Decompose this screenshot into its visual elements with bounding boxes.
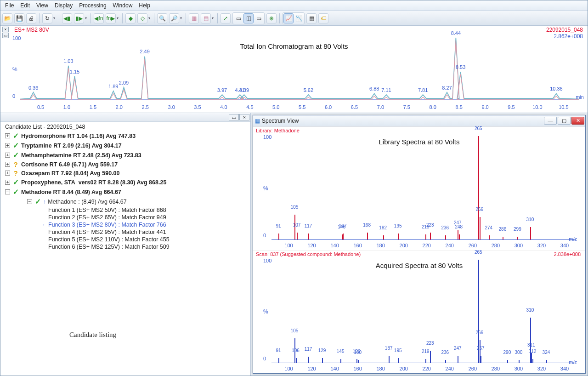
menu-file[interactable]: FFileile [2, 1, 17, 10]
function-item[interactable]: Function 5 (ES+ MS2 110V) : Match Factor… [5, 236, 248, 243]
x-tick: 5.0 [272, 104, 279, 110]
menu-edit[interactable]: Edit [17, 1, 33, 10]
chart-a-icon[interactable]: 📈 [283, 13, 294, 23]
fn-b-icon[interactable]: fn▶ [106, 13, 116, 23]
close-button[interactable]: ✕ [571, 117, 584, 125]
mass-peak-label: 195 [394, 223, 402, 228]
library-b-icon[interactable]: ▤ [201, 13, 211, 23]
candidate-tree[interactable]: Candidate List - 22092015_048 +✓Hydromor… [0, 122, 250, 376]
peak-label: 10.36 [550, 86, 563, 91]
menu-bar: FFileile Edit View Display Processing Wi… [0, 0, 588, 11]
dropdown-caret-icon[interactable]: ▾ [147, 16, 151, 20]
mass-peak [278, 234, 279, 240]
x-tick: 200 [400, 243, 408, 248]
pane-a-icon[interactable]: ▭ [233, 13, 243, 23]
mass-peak [458, 356, 458, 363]
mass-peak [343, 234, 344, 240]
mass-peak-label: 117 [305, 223, 312, 228]
minimize-button[interactable]: — [544, 117, 557, 125]
fit-icon[interactable]: ⤢ [220, 13, 231, 23]
peak-b-icon[interactable]: ◇ [137, 13, 147, 23]
candidate-item[interactable]: +✓Hydromorphone RT 1.04 (1.16) Avg 747.8… [5, 131, 248, 141]
menu-processing[interactable]: Processing [76, 1, 109, 10]
x-tick: 180 [376, 366, 384, 371]
function-item[interactable]: Function 4 (ES+ MS2 95V) : Match Factor … [5, 228, 248, 236]
expand-icon[interactable]: − [5, 189, 10, 194]
expand-icon[interactable]: + [5, 162, 10, 167]
panel-dock-icon[interactable]: ▭ [229, 114, 239, 120]
candidate-item[interactable]: +✓Methamphetamine RT 2.48 (2.54) Avg 723… [5, 150, 248, 160]
mass-peak-label: 105 [291, 328, 299, 333]
candidate-sub-item[interactable]: −✓↑Methadone : (8.49) Avg 664.67 [5, 197, 248, 206]
dropdown-caret-icon[interactable]: ▾ [179, 16, 183, 20]
mz-unit: m/z [569, 359, 577, 365]
chrom-plot[interactable]: 0.361.031.151.892.092.493.974.314.395.62… [20, 38, 579, 100]
chart-b-icon[interactable]: 📉 [294, 13, 304, 23]
panel-close-icon[interactable]: × [2, 27, 9, 32]
dropdown-caret-icon[interactable]: ▾ [52, 16, 56, 20]
x-tick: 2.0 [116, 104, 123, 110]
menu-help[interactable]: Help [136, 1, 153, 10]
expand-icon[interactable]: + [5, 171, 10, 176]
library-icon[interactable]: ▥ [189, 13, 199, 23]
candidate-annotation: Candidate listing [69, 331, 116, 339]
expand-icon[interactable]: + [5, 133, 10, 138]
expand-icon[interactable]: + [5, 143, 10, 148]
toolbar: 📂 💾 🖨 ↻▾ ◀▮ ▮▶▾ ◀fn fn▶▾ ◆ ◇▾ 🔍 🔎▾ ▥ ▤▾ … [0, 11, 588, 26]
pane-c-icon[interactable]: ▭ [254, 13, 264, 23]
x-tick: 260 [469, 366, 477, 371]
panel-close-icon[interactable]: × [239, 114, 249, 120]
mass-peak-label: 312 [529, 349, 537, 354]
x-tick: 6.0 [325, 104, 332, 110]
open-icon[interactable]: 📂 [2, 13, 12, 23]
function-item[interactable]: Function 6 (ES+ MS2 125V) : Match Factor… [5, 243, 248, 251]
dropdown-caret-icon[interactable]: ▾ [211, 16, 215, 20]
mass-peak-label: 265 [475, 250, 482, 255]
candidate-item[interactable]: +?Cortisone RT 6.49 (6.71) Avg 559.17 [5, 160, 248, 169]
function-label: Function 5 (ES+ MS2 110V) : Match Factor… [48, 236, 170, 243]
find-icon[interactable]: 🔍 [157, 13, 167, 23]
mass-peak-label: 223 [426, 222, 434, 228]
function-item[interactable]: Function 1 (ES+ MS2 50V) : Match Factor … [5, 206, 248, 214]
fn-a-icon[interactable]: ◀fn [94, 13, 104, 23]
x-tick: 6.5 [351, 104, 358, 110]
x-tick: 10.0 [532, 104, 542, 110]
candidate-panel: ▭ × Candidate List - 22092015_048 +✓Hydr… [0, 113, 251, 376]
chromatogram-panel: × ▭ ES+ MS2 80V 22092015_048 2.862e+008 … [0, 26, 588, 113]
save-icon[interactable]: 💾 [14, 13, 24, 23]
acquired-spectrum[interactable]: Scan: 837 (Suggested compound: Methadone… [253, 250, 585, 374]
question-icon: ? [12, 169, 19, 177]
expand-icon[interactable]: + [5, 153, 10, 158]
candidate-item[interactable]: +?Oxazepam RT 7.92 (8.04) Avg 590.00 [5, 169, 248, 177]
tag-icon[interactable]: 🏷 [318, 13, 328, 23]
dropdown-caret-icon[interactable]: ▾ [116, 16, 119, 20]
candidate-item[interactable]: +✓Propoxyphene, STA_vers02 RT 8.28 (8.30… [5, 177, 248, 187]
mass-peak [430, 351, 431, 363]
candidate-item[interactable]: +✓Tryptamine RT 2.09 (2.16) Avg 804.17 [5, 141, 248, 150]
expand-icon[interactable]: + [5, 180, 10, 185]
pane-b-icon[interactable]: ◫ [243, 13, 254, 23]
menu-display[interactable]: Display [52, 1, 75, 10]
find-b-icon[interactable]: 🔎 [169, 13, 179, 23]
menu-window[interactable]: Window [110, 1, 136, 10]
panel-dock-icon[interactable]: ▭ [2, 33, 9, 38]
menu-view[interactable]: View [34, 1, 51, 10]
library-spectrum[interactable]: Library: Methadone Library Spectra at 80… [253, 126, 585, 250]
mass-peak-label: 195 [394, 348, 402, 353]
print-icon[interactable]: 🖨 [26, 13, 36, 23]
peak-label: 8.44 [451, 30, 461, 36]
add-pane-icon[interactable]: ⊕ [266, 13, 277, 23]
nav-right-icon[interactable]: ▮▶ [74, 13, 84, 23]
refresh-icon[interactable]: ↻ [42, 13, 52, 23]
expand-icon[interactable]: − [27, 199, 32, 204]
x-tick: 220 [423, 243, 431, 248]
dropdown-caret-icon[interactable]: ▾ [84, 16, 88, 20]
mass-peak-label: 107 [293, 222, 301, 228]
peak-a-icon[interactable]: ◆ [125, 13, 136, 23]
candidate-item[interactable]: −✓Methadone RT 8.44 (8.49) Avg 664.67 [5, 187, 248, 197]
function-item[interactable]: Function 2 (ES+ MS2 65V) : Match Factor … [5, 214, 248, 221]
nav-left-icon[interactable]: ◀▮ [62, 13, 72, 23]
maximize-button[interactable]: ▢ [558, 117, 571, 125]
table-icon[interactable]: ▦ [306, 13, 317, 23]
function-item[interactable]: →Function 3 (ES+ MS2 80V) : Match Factor… [5, 221, 248, 228]
